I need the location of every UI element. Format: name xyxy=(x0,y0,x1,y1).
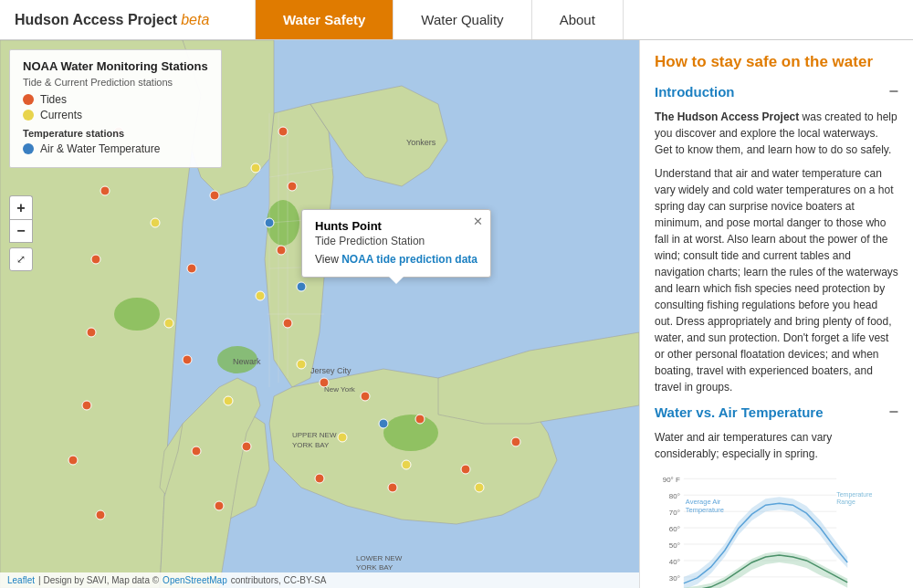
osm-link[interactable]: OpenStreetMap xyxy=(163,575,227,585)
legend-dot-tides xyxy=(23,94,34,105)
site-title-beta: beta xyxy=(181,12,209,28)
svg-point-15 xyxy=(283,319,292,328)
legend-item-airwater: Air & Water Temperature xyxy=(23,142,208,155)
popup-link-prefix: View xyxy=(315,253,341,266)
svg-point-27 xyxy=(461,465,470,474)
svg-text:Yonkers: Yonkers xyxy=(406,138,436,147)
svg-point-46 xyxy=(265,218,274,227)
svg-point-43 xyxy=(164,319,173,328)
intro-section-header: Introduction − xyxy=(655,82,898,101)
svg-point-17 xyxy=(361,392,370,401)
svg-text:LOWER NEW: LOWER NEW xyxy=(356,554,403,562)
svg-point-12 xyxy=(278,127,288,136)
svg-text:YORK BAY: YORK BAY xyxy=(356,563,394,572)
svg-point-36 xyxy=(251,163,260,173)
temp-collapse-button[interactable]: − xyxy=(888,403,898,422)
svg-point-38 xyxy=(297,360,306,369)
leaflet-link[interactable]: Leaflet xyxy=(7,575,35,585)
right-panel-heading: How to stay safe on the water xyxy=(655,53,898,71)
legend-item-currents: Currents xyxy=(23,109,208,121)
svg-point-42 xyxy=(224,396,233,405)
map-footer-license: contributors, CC-BY-SA xyxy=(231,575,327,585)
svg-point-21 xyxy=(183,355,192,364)
map-popup: ✕ Hunts Point Tide Prediction Station Vi… xyxy=(301,209,491,278)
intro-body2: Understand that air and water temperatur… xyxy=(655,165,898,395)
main-content: Yonkers Newark Jersey City New York UPPE… xyxy=(0,40,913,588)
svg-point-31 xyxy=(82,401,91,410)
site-title: Hudson Access Project beta xyxy=(0,0,256,39)
tab-water-quality[interactable]: Water Quality xyxy=(394,0,531,39)
svg-point-37 xyxy=(256,291,265,300)
map-footer-design: | Design by SAVI, Map data © xyxy=(38,575,159,585)
svg-point-19 xyxy=(210,191,219,200)
chart-area: 90° F 80° 70° 60° 50° 40° 30° 20° xyxy=(655,469,898,588)
map-footer: Leaflet | Design by SAVI, Map data © Ope… xyxy=(0,572,639,588)
map-container[interactable]: Yonkers Newark Jersey City New York UPPE… xyxy=(0,40,639,588)
svg-point-39 xyxy=(338,433,347,442)
svg-point-29 xyxy=(96,510,105,520)
intro-body1-bold: The Hudson Access Project xyxy=(655,110,799,123)
svg-text:90° F: 90° F xyxy=(663,476,680,484)
zoom-expand-button[interactable]: ⤢ xyxy=(9,247,33,271)
legend-item-tides: Tides xyxy=(23,93,208,106)
svg-text:Range: Range xyxy=(836,499,855,506)
svg-text:50°: 50° xyxy=(669,541,680,550)
svg-text:Temperature: Temperature xyxy=(836,491,872,499)
temp-body1: Water and air temperatures can vary cons… xyxy=(655,429,898,462)
svg-text:Jersey City: Jersey City xyxy=(310,366,352,375)
svg-point-4 xyxy=(114,298,160,331)
svg-point-47 xyxy=(297,282,306,291)
svg-point-44 xyxy=(151,218,160,227)
legend-title: NOAA Water Monitoring Stations xyxy=(23,59,208,73)
svg-text:Newark: Newark xyxy=(233,357,261,366)
svg-point-33 xyxy=(91,255,100,264)
map-legend: NOAA Water Monitoring Stations Tide & Cu… xyxy=(9,49,222,168)
svg-point-3 xyxy=(383,415,438,451)
popup-title: Hunts Point xyxy=(315,219,477,233)
legend-label-airwater: Air & Water Temperature xyxy=(40,142,160,155)
svg-point-26 xyxy=(388,483,397,492)
intro-collapse-button[interactable]: − xyxy=(888,82,898,101)
temp-section-header: Water vs. Air Temperature − xyxy=(655,403,898,422)
svg-point-40 xyxy=(402,460,411,469)
svg-text:70°: 70° xyxy=(669,509,680,517)
temperature-chart: 90° F 80° 70° 60° 50° 40° 30° 20° xyxy=(655,469,898,588)
svg-point-22 xyxy=(192,446,201,456)
svg-point-30 xyxy=(68,456,78,465)
legend-dot-airwater xyxy=(23,143,34,154)
intro-title: Introduction xyxy=(655,84,734,100)
right-panel: How to stay safe on the water Introducti… xyxy=(639,40,913,588)
legend-temp-title: Temperature stations xyxy=(23,128,208,139)
tab-about[interactable]: About xyxy=(532,0,624,39)
svg-point-13 xyxy=(288,182,297,191)
zoom-in-button[interactable]: + xyxy=(9,195,33,219)
svg-text:60°: 60° xyxy=(669,525,680,533)
svg-text:30°: 30° xyxy=(669,574,680,583)
svg-point-28 xyxy=(511,437,520,446)
svg-text:YORK BAY: YORK BAY xyxy=(292,441,330,449)
svg-text:40°: 40° xyxy=(669,558,680,566)
popup-close-button[interactable]: ✕ xyxy=(473,215,483,228)
nav-tabs: Water Safety Water Quality About xyxy=(256,0,913,39)
svg-point-14 xyxy=(277,246,286,255)
svg-point-24 xyxy=(242,442,251,451)
header: Hudson Access Project beta Water Safety … xyxy=(0,0,913,40)
tab-water-safety[interactable]: Water Safety xyxy=(256,0,394,39)
svg-text:80°: 80° xyxy=(669,492,680,500)
svg-point-20 xyxy=(187,264,196,273)
svg-text:UPPER NEW: UPPER NEW xyxy=(292,431,337,439)
popup-link: View NOAA tide prediction data xyxy=(315,253,477,266)
legend-subtitle: Tide & Current Prediction stations xyxy=(23,77,208,88)
legend-dot-currents xyxy=(23,110,34,121)
legend-label-currents: Currents xyxy=(40,109,82,121)
popup-noaa-link[interactable]: NOAA tide prediction data xyxy=(341,253,477,266)
svg-text:New York: New York xyxy=(324,385,356,394)
svg-point-34 xyxy=(100,186,110,195)
svg-text:Average Air: Average Air xyxy=(686,498,721,506)
site-title-text: Hudson Access Project xyxy=(15,12,177,28)
popup-type: Tide Prediction Station xyxy=(315,235,477,247)
intro-body1: The Hudson Access Project was created to… xyxy=(655,109,898,158)
svg-point-41 xyxy=(475,483,484,492)
zoom-out-button[interactable]: − xyxy=(9,219,33,243)
svg-point-23 xyxy=(215,501,224,510)
